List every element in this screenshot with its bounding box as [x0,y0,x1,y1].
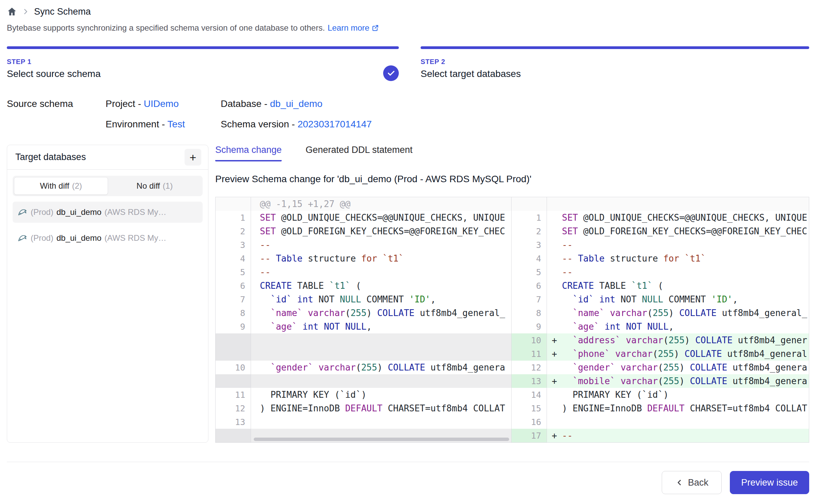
diff-sign: + [547,376,562,386]
database-list-item[interactable]: (Prod) db_ui_demo (AWS RDS MySQL Prod) [13,202,203,223]
step-1-title: Select source schema [7,68,399,79]
diff-line: 16 [512,415,809,429]
line-number [512,197,547,211]
line-number: 2 [216,224,251,238]
chevron-left-icon [675,478,684,487]
database-environment: (Prod) [31,207,53,217]
add-database-button[interactable]: + [185,149,201,166]
diff-line: 14 PRIMARY KEY (`id`) [512,388,809,401]
database-name: db_ui_demo [57,233,101,243]
learn-more-link[interactable]: Learn more [328,23,379,33]
diff-line: 11 PRIMARY KEY (`id`) [216,388,511,401]
diff-line: 4-- Table structure for `t1` [512,252,809,265]
diff-sign: + [547,335,562,345]
code-text: -- [251,267,511,277]
line-number: 1 [512,211,547,224]
preview-issue-button[interactable]: Preview issue [730,471,809,494]
diff-line: 13+ `mobile` varchar(255) COLLATE utf8mb… [512,374,809,388]
footer-divider [7,462,809,462]
tab-generated-ddl[interactable]: Generated DDL statement [305,145,412,161]
line-number: 1 [216,211,251,224]
preview-title: Preview Schema change for 'db_ui_demo (P… [215,174,809,185]
line-number: 13 [512,374,547,388]
line-number: 8 [216,306,251,320]
code-text: @@ -1,15 +1,27 @@ [251,199,511,209]
code-text: SET @OLD_FOREIGN_KEY_CHECKS=@@FOREIGN_KE… [562,226,809,236]
line-number: 4 [512,252,547,265]
diff-line: 5-- [512,265,809,279]
line-number: 12 [512,361,547,374]
schema-version-field: Schema version - 20230317014147 [221,119,372,130]
step-2: STEP 2 Select target databases [421,46,809,79]
step-1-label: STEP 1 [7,58,399,66]
line-number: 2 [512,224,547,238]
line-number: 4 [216,252,251,265]
line-number [216,347,251,361]
home-icon[interactable] [7,6,17,17]
diff-line: 6CREATE TABLE `t1` ( [512,279,809,293]
project-link[interactable]: UIDemo [144,98,179,109]
step-1: STEP 1 Select source schema [7,46,399,79]
database-field: Database - db_ui_demo [221,98,372,109]
code-text: `name` varchar(255) COLLATE utf8mb4_gene… [562,308,809,318]
main-content: Target databases + With diff (2) No diff… [7,145,809,443]
mysql-icon [17,233,28,243]
step-2-label: STEP 2 [421,58,809,66]
code-text: SET @OLD_FOREIGN_KEY_CHECKS=@@FOREIGN_KE… [251,226,511,236]
diff-hunk-row [512,197,809,211]
diff-line: 11+ `phone` varchar(255) COLLATE utf8mb4… [512,347,809,361]
no-diff-count: (1) [163,181,173,191]
database-instance: (AWS RDS MySQL Prod) [105,207,168,217]
step-2-progress-bar [421,46,809,49]
code-text: ) ENGINE=InnoDB DEFAULT CHARSET=utf8mb4 … [562,403,809,413]
target-databases-panel: Target databases + With diff (2) No diff… [7,145,208,443]
code-text: `name` varchar(255) COLLATE utf8mb4_gene… [251,308,511,318]
page-description: Bytebase supports synchronizing a specif… [7,23,809,33]
line-number: 9 [512,320,547,333]
footer-actions: Back Preview issue [7,471,809,494]
back-button[interactable]: Back [662,471,722,494]
plus-icon: + [190,152,197,163]
with-diff-count: (2) [72,181,82,191]
diff-line: 12 `gender` varchar(255) COLLATE utf8mb4… [512,361,809,374]
code-text: `mobile` varchar(255) COLLATE utf8mb4_ge… [562,376,809,386]
preview-tabs: Schema change Generated DDL statement [215,145,809,161]
diff-line: 15) ENGINE=InnoDB DEFAULT CHARSET=utf8mb… [512,401,809,415]
preview-area: Schema change Generated DDL statement Pr… [215,145,809,443]
diff-line [216,347,511,361]
code-text: CREATE TABLE `t1` ( [562,281,809,291]
step-1-done-badge [383,65,399,81]
diff-line: 10+ `address` varchar(255) COLLATE utf8m… [512,333,809,347]
tab-schema-change[interactable]: Schema change [215,145,282,161]
diff-line: 4-- Table structure for `t1` [216,252,511,265]
code-text: -- [562,267,809,277]
tab-with-diff[interactable]: With diff (2) [14,177,108,195]
line-number: 3 [216,238,251,252]
horizontal-scrollbar[interactable] [254,438,509,441]
database-list-item[interactable]: (Prod) db_ui_demo (AWS RDS MySQL Prod) [13,227,203,249]
line-number [216,374,251,388]
code-text: -- Table structure for `t1` [562,253,809,264]
diff-line: 12) ENGINE=InnoDB DEFAULT CHARSET=utf8mb… [216,401,511,415]
environment-link[interactable]: Test [168,119,185,129]
code-text: `age` int NOT NULL, [562,321,809,332]
code-text: SET @OLD_UNIQUE_CHECKS=@@UNIQUE_CHECKS, … [251,212,511,223]
diff-sign: + [547,430,562,441]
step-2-title: Select target databases [421,68,809,79]
code-text: -- [562,430,809,441]
schema-version-link[interactable]: 20230317014147 [298,119,372,129]
database-link[interactable]: db_ui_demo [270,98,323,109]
code-text: -- Table structure for `t1` [251,253,511,264]
line-number [216,333,251,347]
line-number: 5 [216,265,251,279]
tab-no-diff[interactable]: No diff (1) [108,177,201,195]
code-text: `gender` varchar(255) COLLATE utf8mb4_ge… [251,362,511,373]
code-text: `phone` varchar(255) COLLATE utf8mb4_gen… [562,349,809,359]
database-name: db_ui_demo [57,207,101,217]
source-schema-summary: Source schema Project - UIDemo Database … [7,98,809,130]
diff-line: 8 `name` varchar(255) COLLATE utf8mb4_ge… [216,306,511,320]
diff-line: 3-- [512,238,809,252]
diff-line [216,374,511,388]
code-text: ) ENGINE=InnoDB DEFAULT CHARSET=utf8mb4 … [251,403,511,413]
external-link-icon [372,24,379,32]
